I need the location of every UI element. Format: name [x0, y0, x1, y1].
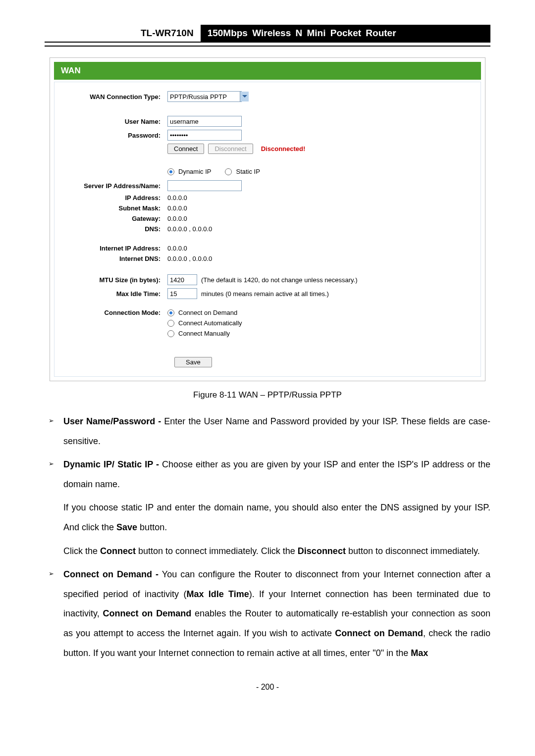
conn-demand-radio[interactable]: Connect on Demand	[167, 309, 237, 316]
figure-caption: Figure 8-11 WAN – PPTP/Russia PPTP	[45, 390, 490, 400]
password-input[interactable]	[167, 130, 242, 141]
wan-config-screenshot: WAN WAN Connection Type: User Name:	[50, 57, 485, 381]
password-label: Password:	[63, 132, 167, 139]
max-idle-input[interactable]	[167, 288, 197, 299]
triangle-bullet-icon: ➢	[45, 455, 63, 494]
static-ip-radio[interactable]: Static IP	[225, 168, 260, 175]
panel-title: WAN	[54, 62, 481, 80]
gateway-value: 0.0.0.0	[167, 215, 472, 222]
ip-address-value: 0.0.0.0	[167, 194, 472, 202]
wan-conn-type-select[interactable]	[167, 91, 242, 102]
radio-checked-icon	[167, 168, 174, 175]
save-button[interactable]: Save	[174, 357, 212, 367]
bullet-connect-demand: ➢ Connect on Demand - You can configure …	[45, 565, 490, 663]
max-idle-note: minutes (0 means remain active at all ti…	[201, 290, 329, 298]
triangle-bullet-icon: ➢	[45, 412, 63, 451]
dns-label: DNS:	[63, 225, 167, 233]
radio-checked-icon	[167, 309, 174, 316]
max-idle-label: Max Idle Time:	[63, 290, 167, 298]
header-underline	[45, 46, 490, 47]
gateway-label: Gateway:	[63, 215, 167, 222]
radio-unchecked-icon	[167, 330, 174, 337]
internet-ip-value: 0.0.0.0	[167, 245, 472, 252]
sub-para-connect-disc: Click the Connect button to connect imme…	[63, 542, 490, 561]
dynamic-ip-radio[interactable]: Dynamic IP	[167, 168, 211, 175]
connection-status: Disconnected!	[261, 145, 306, 152]
conn-auto-radio[interactable]: Connect Automatically	[167, 319, 242, 327]
server-ip-input[interactable]	[167, 180, 242, 191]
server-ip-label: Server IP Address/Name:	[63, 182, 167, 190]
conn-manual-radio[interactable]: Connect Manually	[167, 330, 230, 337]
ip-address-label: IP Address:	[63, 194, 167, 202]
mtu-label: MTU Size (in bytes):	[63, 276, 167, 284]
bullet-dynamic-static: ➢ Dynamic IP/ Static IP - Choose either …	[45, 455, 490, 494]
radio-unchecked-icon	[225, 168, 232, 175]
doc-header: TL-WR710N 150Mbps Wireless N Mini Pocket…	[45, 25, 490, 43]
connect-button[interactable]: Connect	[167, 144, 204, 154]
mtu-note: (The default is 1420, do not change unle…	[201, 276, 358, 284]
subnet-mask-value: 0.0.0.0	[167, 204, 472, 212]
wan-conn-type-label: WAN Connection Type:	[63, 93, 167, 101]
subnet-mask-label: Subnet Mask:	[63, 204, 167, 212]
username-input[interactable]	[167, 116, 242, 127]
mtu-input[interactable]	[167, 274, 197, 285]
sub-para-static-dns: If you choose static IP and enter the do…	[63, 498, 490, 537]
internet-dns-value: 0.0.0.0 , 0.0.0.0	[167, 255, 472, 262]
triangle-bullet-icon: ➢	[45, 565, 63, 663]
page-number: - 200 -	[45, 683, 490, 692]
disconnect-button[interactable]: Disconnect	[208, 144, 253, 154]
model-desc: 150Mbps Wireless N Mini Pocket Router	[201, 25, 490, 42]
chevron-down-icon[interactable]	[240, 92, 249, 101]
conn-mode-label: Connection Mode:	[63, 309, 167, 316]
radio-unchecked-icon	[167, 320, 174, 327]
dns-value: 0.0.0.0 , 0.0.0.0	[167, 225, 472, 233]
model-label: TL-WR710N	[134, 25, 201, 42]
internet-dns-label: Internet DNS:	[63, 255, 167, 262]
username-label: User Name:	[63, 118, 167, 125]
internet-ip-label: Internet IP Address:	[63, 245, 167, 252]
bullet-user-pass: ➢ User Name/Password - Enter the User Na…	[45, 412, 490, 451]
